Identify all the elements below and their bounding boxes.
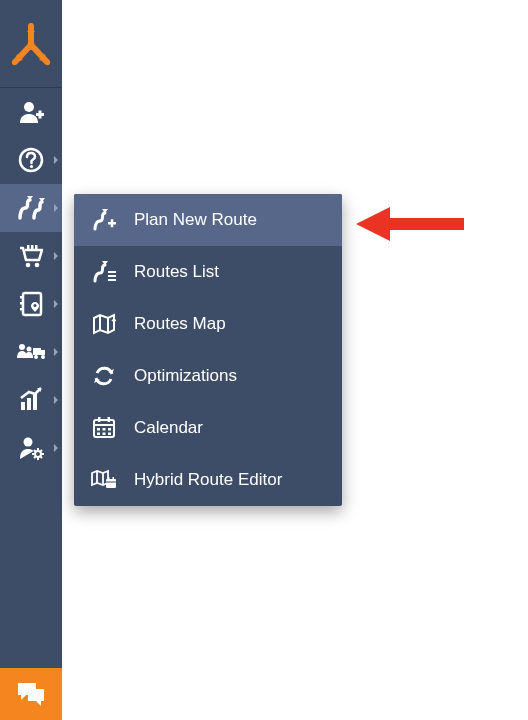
svg-rect-17 xyxy=(20,308,24,311)
svg-rect-16 xyxy=(20,302,24,305)
caret-icon xyxy=(54,444,58,452)
svg-point-1 xyxy=(29,23,33,27)
routes-icon xyxy=(16,194,46,222)
menu-item-plan-new-route[interactable]: Plan New Route xyxy=(74,194,342,246)
menu-item-optimizations[interactable]: Optimizations xyxy=(74,350,342,402)
svg-rect-61 xyxy=(386,218,464,230)
svg-point-3 xyxy=(46,61,50,65)
svg-line-35 xyxy=(41,457,42,458)
svg-point-19 xyxy=(34,304,37,307)
sidebar-item-add-user[interactable] xyxy=(0,88,62,136)
menu-item-routes-list[interactable]: Routes List xyxy=(74,246,342,298)
sidebar-item-orders[interactable] xyxy=(0,232,62,280)
svg-rect-12 xyxy=(31,245,34,249)
refresh-icon xyxy=(90,365,118,387)
svg-rect-54 xyxy=(108,433,111,436)
sidebar-nav xyxy=(0,88,62,668)
cart-icon xyxy=(17,242,45,270)
svg-rect-27 xyxy=(33,394,37,410)
caret-icon xyxy=(54,156,58,164)
sidebar-item-help[interactable] xyxy=(0,136,62,184)
svg-line-37 xyxy=(34,457,35,458)
app-logo[interactable] xyxy=(0,0,62,88)
calendar-icon xyxy=(90,417,118,439)
svg-point-10 xyxy=(35,263,40,268)
caret-icon xyxy=(54,300,58,308)
sidebar-item-user-settings[interactable] xyxy=(0,424,62,472)
svg-rect-60 xyxy=(113,477,115,480)
svg-point-21 xyxy=(27,347,32,352)
svg-point-4 xyxy=(24,102,34,112)
address-book-icon xyxy=(17,290,45,318)
svg-rect-58 xyxy=(106,482,116,483)
caret-icon xyxy=(54,348,58,356)
svg-rect-25 xyxy=(21,402,25,410)
sidebar-chat-button[interactable] xyxy=(0,668,62,720)
menu-item-routes-map[interactable]: Routes Map xyxy=(74,298,342,350)
svg-rect-59 xyxy=(108,477,110,480)
svg-rect-50 xyxy=(103,428,106,431)
svg-rect-49 xyxy=(97,428,100,431)
sidebar-item-team[interactable] xyxy=(0,328,62,376)
svg-point-9 xyxy=(26,263,31,268)
sidebar-item-address-book[interactable] xyxy=(0,280,62,328)
svg-rect-57 xyxy=(106,479,116,488)
svg-point-2 xyxy=(12,61,16,65)
svg-rect-51 xyxy=(108,428,111,431)
svg-point-8 xyxy=(30,165,33,168)
chat-icon xyxy=(16,681,46,707)
sidebar xyxy=(0,0,62,720)
menu-item-calendar[interactable]: Calendar xyxy=(74,402,342,454)
menu-item-label: Optimizations xyxy=(134,366,237,386)
svg-point-24 xyxy=(41,355,45,359)
route-plus-icon xyxy=(90,209,118,231)
svg-rect-41 xyxy=(108,275,116,277)
hybrid-editor-icon xyxy=(90,469,118,491)
svg-point-23 xyxy=(34,355,38,359)
menu-item-label: Hybrid Route Editor xyxy=(134,470,282,490)
user-plus-icon xyxy=(17,98,45,126)
svg-rect-47 xyxy=(98,417,101,422)
route-list-icon xyxy=(90,261,118,283)
svg-rect-48 xyxy=(108,417,111,422)
sidebar-item-analytics[interactable] xyxy=(0,376,62,424)
menu-item-label: Routes Map xyxy=(134,314,226,334)
svg-rect-39 xyxy=(111,219,114,227)
menu-item-hybrid-route-editor[interactable]: Hybrid Route Editor xyxy=(74,454,342,506)
svg-line-34 xyxy=(34,450,35,451)
arrow-left-icon xyxy=(356,205,466,243)
sidebar-item-routes[interactable] xyxy=(0,184,62,232)
map-icon xyxy=(90,313,118,335)
user-gear-icon xyxy=(17,434,45,462)
svg-point-29 xyxy=(35,451,41,457)
menu-item-label: Plan New Route xyxy=(134,210,257,230)
route4me-logo-icon xyxy=(7,20,55,68)
help-icon xyxy=(17,146,45,174)
team-truck-icon xyxy=(16,338,46,366)
svg-rect-52 xyxy=(97,433,100,436)
routes-flyout-menu: Plan New Route Routes List Routes Map xyxy=(74,194,342,506)
svg-line-36 xyxy=(41,450,42,451)
caret-icon xyxy=(54,396,58,404)
caret-icon xyxy=(54,252,58,260)
menu-item-label: Calendar xyxy=(134,418,203,438)
svg-rect-53 xyxy=(103,433,106,436)
menu-item-label: Routes List xyxy=(134,262,219,282)
svg-rect-42 xyxy=(108,279,116,281)
callout-arrow xyxy=(356,205,466,243)
analytics-icon xyxy=(17,386,45,414)
svg-rect-6 xyxy=(39,111,42,119)
svg-rect-40 xyxy=(108,271,116,273)
svg-rect-15 xyxy=(20,296,24,299)
svg-point-20 xyxy=(19,344,25,350)
caret-icon xyxy=(54,204,58,212)
svg-rect-26 xyxy=(27,398,31,410)
svg-rect-11 xyxy=(27,245,30,249)
svg-rect-13 xyxy=(35,245,38,249)
svg-rect-22 xyxy=(33,348,41,355)
svg-point-28 xyxy=(24,438,33,447)
